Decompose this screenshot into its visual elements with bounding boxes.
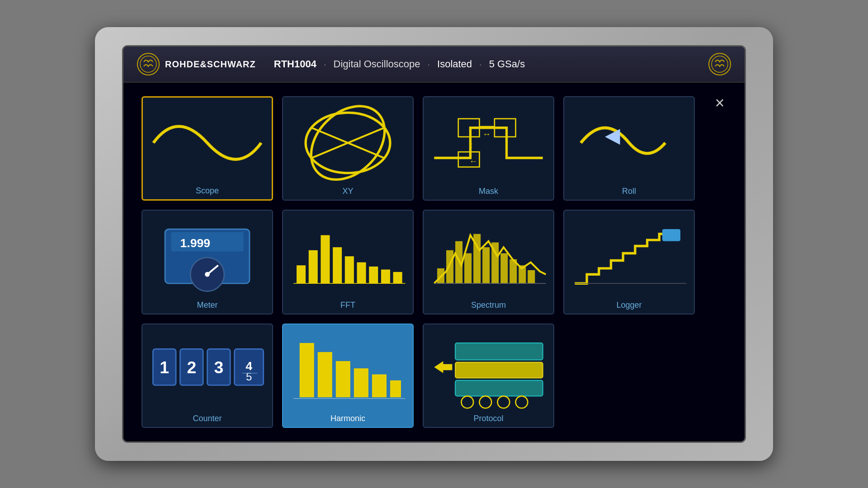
svg-point-2 bbox=[709, 53, 731, 75]
svg-rect-33 bbox=[446, 250, 453, 283]
svg-rect-34 bbox=[455, 241, 462, 283]
tile-meter[interactable]: 1.999 Meter bbox=[142, 210, 273, 314]
svg-rect-25 bbox=[333, 247, 342, 283]
counter-icon: 1 2 3 4 5 bbox=[147, 329, 268, 411]
svg-text:1.999: 1.999 bbox=[180, 236, 210, 250]
header-info: RTH1004 · Digital Oscilloscope · Isolate… bbox=[274, 58, 525, 70]
scope-icon bbox=[147, 102, 267, 183]
meter-label: Meter bbox=[197, 300, 217, 310]
screen-content: × Scope bbox=[123, 83, 745, 441]
svg-rect-38 bbox=[491, 243, 499, 284]
svg-text:←: ← bbox=[469, 156, 478, 166]
svg-point-67 bbox=[461, 396, 473, 408]
harmonic-label: Harmonic bbox=[330, 414, 365, 423]
counter-label: Counter bbox=[193, 414, 222, 423]
harmonic-icon bbox=[288, 329, 408, 411]
roll-label: Roll bbox=[622, 187, 636, 196]
svg-rect-37 bbox=[482, 247, 490, 283]
logger-icon bbox=[569, 215, 689, 297]
svg-rect-65 bbox=[455, 362, 543, 378]
header-type: Digital Oscilloscope bbox=[334, 58, 420, 70]
svg-rect-27 bbox=[357, 263, 366, 284]
svg-rect-28 bbox=[369, 267, 378, 283]
svg-rect-29 bbox=[381, 270, 390, 284]
svg-rect-22 bbox=[297, 266, 306, 284]
empty-slot bbox=[563, 324, 695, 428]
svg-point-68 bbox=[479, 396, 491, 408]
tile-mask[interactable]: ↔ ↕ ← Mask bbox=[423, 96, 554, 201]
tile-harmonic[interactable]: Harmonic bbox=[282, 324, 414, 428]
mask-icon: ↔ ↕ ← bbox=[428, 102, 549, 184]
tile-scope[interactable]: Scope bbox=[142, 96, 273, 201]
svg-rect-41 bbox=[519, 266, 526, 284]
rs-logo-right bbox=[708, 53, 731, 75]
svg-rect-26 bbox=[345, 256, 354, 283]
brand-name: ROHDE&SCHWARZ bbox=[165, 59, 256, 70]
protocol-icon bbox=[428, 329, 549, 411]
fft-label: FFT bbox=[340, 300, 355, 310]
tile-spectrum[interactable]: Spectrum bbox=[423, 210, 554, 314]
spectrum-icon bbox=[428, 215, 549, 297]
tile-protocol[interactable]: Protocol bbox=[423, 324, 554, 428]
rs-logo-left bbox=[137, 53, 160, 75]
svg-rect-24 bbox=[321, 235, 330, 284]
svg-point-3 bbox=[712, 56, 728, 72]
svg-rect-30 bbox=[393, 272, 402, 283]
svg-point-70 bbox=[516, 396, 528, 408]
svg-rect-36 bbox=[473, 234, 481, 283]
svg-point-1 bbox=[140, 56, 156, 72]
svg-rect-42 bbox=[528, 270, 535, 283]
header-speed: 5 GSa/s bbox=[489, 58, 525, 70]
svg-point-0 bbox=[137, 53, 159, 75]
svg-rect-66 bbox=[455, 380, 543, 396]
logo-area: ROHDE&SCHWARZ bbox=[137, 53, 256, 75]
header-model: RTH1004 bbox=[274, 58, 316, 70]
svg-text:2: 2 bbox=[187, 357, 196, 376]
xy-label: XY bbox=[342, 187, 353, 196]
svg-text:↕: ↕ bbox=[469, 140, 473, 150]
device-body: ROHDE&SCHWARZ RTH1004 · Digital Oscillos… bbox=[95, 27, 773, 461]
tile-counter[interactable]: 1 2 3 4 5 Counter bbox=[142, 324, 273, 428]
svg-rect-58 bbox=[336, 361, 350, 397]
mask-label: Mask bbox=[479, 187, 498, 196]
svg-text:5: 5 bbox=[246, 371, 252, 383]
logger-label: Logger bbox=[616, 300, 642, 310]
tile-xy[interactable]: XY bbox=[282, 96, 414, 201]
svg-rect-60 bbox=[372, 374, 387, 397]
roll-icon bbox=[569, 102, 689, 184]
protocol-label: Protocol bbox=[473, 414, 503, 423]
spectrum-label: Spectrum bbox=[471, 300, 506, 310]
tile-logger[interactable]: Logger bbox=[563, 210, 695, 314]
svg-text:1: 1 bbox=[160, 357, 169, 376]
screen-bezel: ROHDE&SCHWARZ RTH1004 · Digital Oscillos… bbox=[122, 45, 746, 443]
svg-point-69 bbox=[498, 396, 510, 408]
scope-label: Scope bbox=[196, 186, 219, 196]
xy-icon bbox=[288, 102, 408, 184]
meter-icon: 1.999 bbox=[147, 215, 268, 297]
mode-grid: Scope XY bbox=[142, 96, 726, 428]
svg-rect-61 bbox=[390, 380, 401, 397]
svg-rect-56 bbox=[300, 343, 314, 397]
close-button[interactable]: × bbox=[708, 92, 731, 114]
svg-rect-23 bbox=[309, 250, 318, 283]
svg-text:↔: ↔ bbox=[482, 129, 491, 139]
svg-marker-63 bbox=[434, 361, 452, 373]
header-bar: ROHDE&SCHWARZ RTH1004 · Digital Oscillos… bbox=[123, 47, 745, 83]
svg-rect-64 bbox=[455, 343, 543, 360]
svg-rect-40 bbox=[509, 259, 517, 283]
svg-rect-35 bbox=[464, 253, 472, 284]
svg-marker-15 bbox=[605, 129, 620, 145]
header-isolated: Isolated bbox=[437, 58, 472, 70]
tile-fft[interactable]: FFT bbox=[282, 210, 414, 314]
fft-icon bbox=[288, 215, 408, 297]
svg-rect-39 bbox=[500, 253, 508, 284]
svg-rect-44 bbox=[662, 229, 680, 241]
svg-rect-57 bbox=[318, 352, 332, 397]
svg-text:3: 3 bbox=[214, 357, 223, 376]
tile-roll[interactable]: Roll bbox=[563, 96, 695, 201]
svg-rect-32 bbox=[437, 268, 444, 283]
svg-point-21 bbox=[205, 272, 210, 277]
svg-rect-59 bbox=[354, 368, 368, 397]
